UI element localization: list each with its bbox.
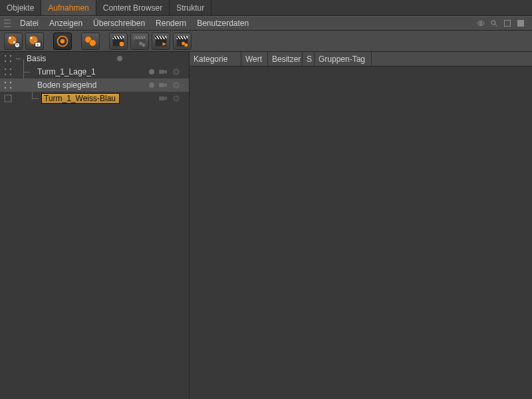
attribute-header: Kategorie Wert Besitzer S Gruppen-Tag xyxy=(190,52,532,66)
svg-rect-49 xyxy=(5,95,11,102)
clapper-4-button[interactable] xyxy=(173,33,192,50)
menu-anzeigen[interactable]: Anzeigen xyxy=(44,16,88,31)
clapper-2-button[interactable] xyxy=(130,33,149,50)
tree-row-turm1[interactable]: Turm_1_Lage_1 xyxy=(0,65,189,78)
svg-line-2 xyxy=(495,25,497,27)
visibility-toggle[interactable] xyxy=(0,81,16,89)
take-tree: – Basis Turm_1_Lage_1 xyxy=(0,52,190,399)
svg-point-34 xyxy=(10,61,11,62)
camera-icon[interactable] xyxy=(158,80,168,90)
menu-benutzerdaten[interactable]: Benutzerdaten xyxy=(192,16,254,31)
svg-point-36 xyxy=(10,68,11,70)
svg-rect-50 xyxy=(159,96,164,100)
svg-point-30 xyxy=(184,43,188,47)
svg-point-1 xyxy=(491,21,495,25)
svg-rect-24 xyxy=(156,39,167,46)
svg-point-4 xyxy=(9,37,11,39)
svg-point-37 xyxy=(5,74,6,75)
menu-ueberschreiben[interactable]: Überschreiben xyxy=(88,16,150,31)
take-name: Boden spiegelnd xyxy=(37,80,96,90)
tab-objekte[interactable]: Objekte xyxy=(0,0,41,15)
record-dot-icon[interactable] xyxy=(149,82,154,88)
take-name-edit[interactable] xyxy=(41,93,120,104)
svg-point-19 xyxy=(120,41,124,46)
svg-marker-51 xyxy=(164,96,167,100)
maximize-icon[interactable] xyxy=(516,19,525,28)
grip-icon xyxy=(4,19,11,27)
tree-row-editing[interactable] xyxy=(0,92,189,105)
record-dot-icon[interactable] xyxy=(149,69,154,74)
svg-point-43 xyxy=(10,82,11,83)
restore-icon[interactable] xyxy=(503,19,512,28)
panel-tabs: Objekte Aufnahmen Content Browser Strukt… xyxy=(0,0,532,16)
svg-marker-40 xyxy=(164,70,167,74)
tab-aufnahmen[interactable]: Aufnahmen xyxy=(41,0,96,15)
svg-point-22 xyxy=(139,41,142,45)
eye-icon[interactable] xyxy=(476,19,485,28)
take-name: Basis xyxy=(27,54,46,63)
visibility-toggle[interactable] xyxy=(0,94,16,102)
svg-point-32 xyxy=(10,55,11,57)
svg-point-52 xyxy=(174,96,178,100)
svg-point-16 xyxy=(89,39,96,46)
tree-row-basis[interactable]: – Basis xyxy=(0,52,189,65)
content-area: – Basis Turm_1_Lage_1 xyxy=(0,52,532,399)
svg-marker-47 xyxy=(164,83,167,87)
svg-point-48 xyxy=(174,83,178,87)
camera-icon[interactable] xyxy=(158,94,168,103)
svg-point-33 xyxy=(5,61,6,62)
camera-icon[interactable] xyxy=(158,67,168,76)
menu-rendern[interactable]: Rendern xyxy=(150,16,192,31)
attribute-panel: Kategorie Wert Besitzer S Gruppen-Tag xyxy=(190,52,532,399)
svg-point-29 xyxy=(182,41,185,45)
gear-icon[interactable] xyxy=(172,67,181,76)
col-besitzer[interactable]: Besitzer xyxy=(268,52,303,66)
record-dot-icon[interactable] xyxy=(117,56,122,61)
menu-bar: Datei Anzeigen Überschreiben Rendern Ben… xyxy=(0,16,532,31)
svg-text:+: + xyxy=(37,42,39,47)
take-name: Turm_1_Lage_1 xyxy=(37,67,96,76)
menu-datei[interactable]: Datei xyxy=(15,16,44,31)
clapper-1-button[interactable] xyxy=(109,33,128,50)
svg-point-0 xyxy=(480,23,482,25)
svg-point-35 xyxy=(5,68,6,70)
svg-point-45 xyxy=(10,87,11,88)
gear-icon[interactable] xyxy=(172,94,181,103)
toolbar: + + xyxy=(0,31,532,52)
visibility-toggle[interactable] xyxy=(0,55,16,63)
panel-controls xyxy=(476,19,528,28)
new-take-button[interactable]: + xyxy=(4,33,23,50)
col-gruppen-tag[interactable]: Gruppen-Tag xyxy=(315,52,372,66)
svg-point-41 xyxy=(174,70,178,74)
col-wert[interactable]: Wert xyxy=(241,52,268,66)
tab-content-browser[interactable]: Content Browser xyxy=(96,0,170,15)
svg-point-9 xyxy=(30,37,32,39)
svg-point-44 xyxy=(5,87,6,88)
svg-point-23 xyxy=(142,43,145,47)
svg-point-38 xyxy=(10,74,11,75)
auto-take-button[interactable] xyxy=(53,33,72,50)
visibility-toggle[interactable] xyxy=(0,68,16,76)
svg-point-5 xyxy=(13,41,15,43)
new-child-take-button[interactable]: + xyxy=(25,33,44,50)
svg-text:+: + xyxy=(16,43,19,47)
svg-rect-39 xyxy=(159,70,164,74)
override-groups-button[interactable] xyxy=(81,33,100,50)
svg-rect-46 xyxy=(159,83,164,87)
tab-struktur[interactable]: Struktur xyxy=(170,0,211,15)
clapper-3-button[interactable] xyxy=(152,33,170,50)
search-icon[interactable] xyxy=(489,19,499,28)
col-kategorie[interactable]: Kategorie xyxy=(190,52,241,66)
svg-point-14 xyxy=(61,39,65,43)
svg-point-42 xyxy=(5,82,6,83)
tree-row-boden[interactable]: Boden spiegelnd xyxy=(0,78,189,92)
col-spacer xyxy=(372,52,532,66)
col-s[interactable]: S xyxy=(303,52,315,66)
svg-point-31 xyxy=(5,55,6,57)
gear-icon[interactable] xyxy=(172,80,181,90)
